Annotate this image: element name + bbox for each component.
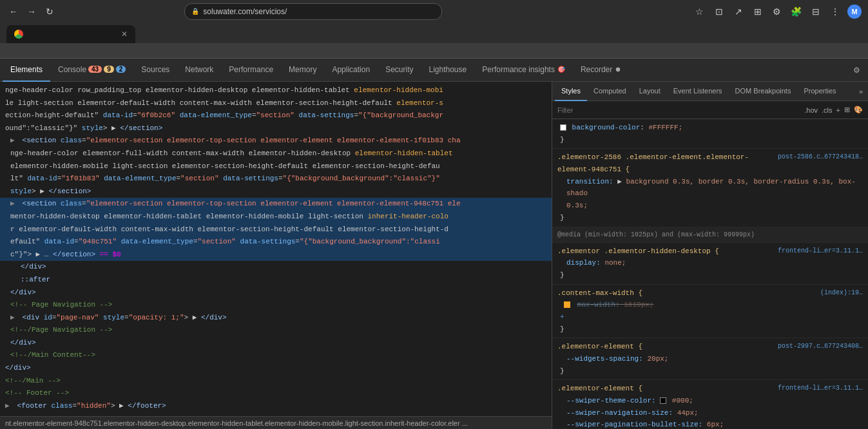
media-rule-text: @media (min-width: 1025px) and (max-widt… [557,231,755,238]
tab-close-button[interactable]: ✕ [121,30,128,39]
styles-tab-computed[interactable]: Computed [587,82,633,101]
url-text: soluwater.com/servicios/ [203,7,287,16]
code-line-selected[interactable]: mentor-hidden-desktop elementor-hidden-t… [0,211,552,224]
reload-button[interactable]: ↻ [43,5,57,19]
styles-tab-dom-breakpoints[interactable]: DOM Breakpoints [729,82,798,101]
style-prop-line: max-width: 1610px; [557,299,863,311]
style-selector: .elementor-2586 .elementor-element.eleme… [557,151,863,175]
code-line[interactable]: ound":"classic"}" style> ▶ </section> [0,122,552,135]
code-line[interactable]: <!--/Page Navigation --> [0,324,552,337]
code-text: nge-header-color row_padding_top element… [5,86,443,94]
tab-lighthouse[interactable]: Lighthouse [421,59,474,82]
styles-tab-event-listeners[interactable]: Event Listeners [667,82,729,101]
filter-color-button[interactable]: 🎨 [854,106,863,114]
code-line[interactable]: ▶ <section class="elementor-section elem… [0,135,552,148]
settings-button[interactable]: ⚙ [770,5,784,19]
extensions-button[interactable]: ⊞ [751,5,765,19]
code-line[interactable]: ▶ <footer class="hidden"> ▶ </footer> [0,400,552,413]
style-prop-continuation: 0.3s; [557,200,863,212]
style-selector: .elementor-element { post-2997.c…6772434… [557,341,863,353]
address-bar[interactable]: 🔒 soluwater.com/servicios/ [184,3,442,20]
code-line[interactable]: <!--/Main Content--> [0,349,552,362]
breadcrumb-text: nt.elementor-element-948c751.elementor-h… [5,419,468,427]
elements-panel: nge-header-color row_padding_top element… [0,82,552,429]
code-line[interactable]: elementor-hidden-mobile light-section el… [0,160,552,173]
style-file[interactable]: post-2997.c…677243408… [778,341,863,352]
lock-icon: 🔒 [191,8,199,15]
tab-sources[interactable]: Sources [133,59,177,82]
tab-memory[interactable]: Memory [281,59,324,82]
tab-elements[interactable]: Elements [3,59,50,82]
code-text: style> ▶ </section> [10,187,91,195]
code-text: lt" data-id="1f01b83" data-element_type=… [10,175,440,182]
filter-cls-button[interactable]: .cls [822,106,833,114]
style-file[interactable]: frontend-li…er=3.11.1… [778,383,863,394]
styles-filter-input[interactable] [557,106,800,114]
style-file[interactable]: post-2586.c…677243418… [778,151,863,162]
code-line[interactable]: le light-section elementor-default-width… [0,97,552,110]
tab-network[interactable]: Network [177,59,221,82]
code-line[interactable]: </div> [0,337,552,350]
code-line[interactable]: style> ▶ </section> [0,186,552,198]
code-line[interactable]: </div> [0,261,552,274]
code-line[interactable]: ::after [0,274,552,287]
color-swatch-black[interactable] [660,397,666,404]
style-file[interactable]: (index):19… [820,287,863,298]
style-rule-elementor-element-2: .elementor-element { frontend-li…er=3.11… [552,380,868,429]
style-close: } [557,323,863,336]
elements-content[interactable]: nge-header-color row_padding_top element… [0,82,552,416]
style-checkbox[interactable] [564,301,570,308]
back-button[interactable]: ← [6,5,21,19]
share-button[interactable]: ↗ [731,5,746,19]
styles-tab-styles[interactable]: Styles [555,82,587,101]
code-line-selected[interactable]: c"}"> ▶ … </section> == $0 [0,249,552,262]
devtools-tabs: Elements Console 43 9 2 Sources Network … [0,59,868,82]
styles-tab-layout[interactable]: Layout [633,82,667,101]
styles-tab-properties[interactable]: Properties [797,82,842,101]
tab-console[interactable]: Console 43 9 2 [50,59,133,82]
screenshot-button[interactable]: ⊡ [712,5,726,19]
tab-performance-insights[interactable]: Performance insights 🎯 [474,59,573,82]
code-line[interactable]: <!-- Footer --> [0,387,552,400]
code-line[interactable]: ection-height-default" data-id="6f0b2c6"… [0,110,552,122]
tab-application[interactable]: Application [324,59,378,82]
style-add-button[interactable]: + [557,311,863,323]
code-line[interactable]: </div> [0,362,552,375]
color-swatch[interactable] [560,124,566,131]
style-rule-elementor-element-1: .elementor-element { post-2997.c…6772434… [552,338,868,380]
code-text: c"}"> ▶ … </section> == $0 [10,251,121,258]
code-line-selected[interactable]: r elementor-default-width content-max-wi… [0,224,552,236]
code-line[interactable]: ▶ <div id="page-nav" style="opacity: 1;"… [0,312,552,325]
style-selector: .elementor-element { frontend-li…er=3.11… [557,383,863,395]
code-line[interactable]: <!--/Main --> [0,375,552,388]
style-close: } [557,365,863,377]
filter-layout-button[interactable]: ⊞ [844,106,850,114]
filter-plus-button[interactable]: + [836,106,840,114]
code-line[interactable]: nge-header-color elementor-full-width co… [0,148,552,160]
styles-chevron-right[interactable]: » [856,86,865,97]
code-text: ection-height-default" data-id="6f0b2c6"… [5,111,443,119]
code-line-selected[interactable]: efault" data-id="948c751" data-element_t… [0,236,552,249]
puzzle-button[interactable]: 🧩 [789,5,804,19]
filter-hov-button[interactable]: .hov [804,106,818,114]
browser-navigation: ← → ↻ [6,5,57,19]
profile-button[interactable]: ⊟ [809,5,823,19]
code-line[interactable]: <!-- Page Navigation --> [0,299,552,312]
avatar[interactable]: M [847,5,862,19]
styles-content[interactable]: background-color: #FFFFFF; } .elementor-… [552,119,868,429]
tab-performance[interactable]: Performance [221,59,281,82]
tab-security[interactable]: Security [378,59,421,82]
menu-button[interactable]: ⋮ [828,5,842,19]
media-rule: @media (min-width: 1025px) and (max-widt… [552,227,868,243]
code-line[interactable]: nge-header-color row_padding_top element… [0,84,552,97]
style-file[interactable]: frontend-li…er=3.11.1… [778,245,863,256]
browser-tab[interactable]: ✕ [6,25,135,43]
code-line[interactable]: lt" data-id="1f01b83" data-element_type=… [0,173,552,186]
tab-recorder[interactable]: Recorder ⏺ [573,59,629,82]
star-button[interactable]: ☆ [693,5,707,19]
devtools-settings-button[interactable]: ⚙ [847,61,865,79]
styles-actions: » [856,86,865,97]
code-line-selected[interactable]: ▶ <section class="elementor-section elem… [0,198,552,211]
forward-button[interactable]: → [24,5,39,19]
code-line[interactable]: </div> [0,287,552,300]
